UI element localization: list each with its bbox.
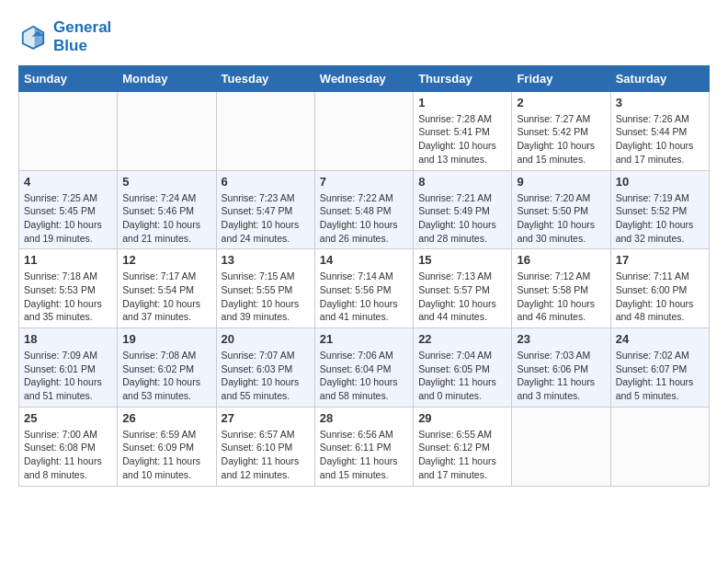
- calendar-cell: 11Sunrise: 7:18 AMSunset: 5:53 PMDayligh…: [19, 249, 118, 328]
- page-header: General Blue: [18, 18, 710, 56]
- day-info: Sunrise: 7:13 AMSunset: 5:57 PMDaylight:…: [418, 270, 506, 324]
- calendar-cell: [118, 91, 216, 170]
- day-number: 15: [418, 253, 506, 267]
- calendar-cell: 25Sunrise: 7:00 AMSunset: 6:08 PMDayligh…: [19, 407, 118, 486]
- weekday-header-friday: Friday: [512, 65, 610, 91]
- day-number: 11: [24, 253, 112, 267]
- calendar-cell: 8Sunrise: 7:21 AMSunset: 5:49 PMDaylight…: [414, 170, 512, 249]
- weekday-header-wednesday: Wednesday: [314, 65, 413, 91]
- day-number: 16: [517, 253, 605, 267]
- day-info: Sunrise: 7:08 AMSunset: 6:02 PMDaylight:…: [122, 349, 210, 403]
- day-info: Sunrise: 7:23 AMSunset: 5:47 PMDaylight:…: [222, 191, 310, 246]
- day-info: Sunrise: 7:09 AMSunset: 6:01 PMDaylight:…: [24, 349, 112, 403]
- day-number: 10: [616, 175, 704, 189]
- day-number: 2: [517, 96, 605, 109]
- day-number: 23: [517, 332, 605, 346]
- day-number: 17: [616, 253, 704, 267]
- calendar-cell: 12Sunrise: 7:17 AMSunset: 5:54 PMDayligh…: [118, 249, 216, 328]
- day-info: Sunrise: 7:15 AMSunset: 5:55 PMDaylight:…: [222, 270, 310, 324]
- day-number: 24: [616, 332, 704, 346]
- day-number: 28: [320, 411, 408, 425]
- calendar-cell: 5Sunrise: 7:24 AMSunset: 5:46 PMDaylight…: [118, 170, 216, 249]
- calendar-cell: 7Sunrise: 7:22 AMSunset: 5:48 PMDaylight…: [314, 170, 413, 249]
- day-number: 25: [24, 411, 112, 425]
- calendar-cell: 27Sunrise: 6:57 AMSunset: 6:10 PMDayligh…: [216, 407, 314, 486]
- calendar-cell: 1Sunrise: 7:28 AMSunset: 5:41 PMDaylight…: [414, 91, 512, 170]
- day-number: 1: [418, 96, 506, 109]
- day-info: Sunrise: 6:55 AMSunset: 6:12 PMDaylight:…: [418, 428, 506, 482]
- calendar-cell: [610, 407, 709, 486]
- day-info: Sunrise: 7:26 AMSunset: 5:44 PMDaylight:…: [616, 112, 704, 167]
- day-info: Sunrise: 7:18 AMSunset: 5:53 PMDaylight:…: [24, 270, 112, 324]
- day-number: 22: [418, 332, 506, 346]
- weekday-header-monday: Monday: [118, 65, 216, 91]
- calendar-cell: 28Sunrise: 6:56 AMSunset: 6:11 PMDayligh…: [314, 407, 413, 486]
- day-info: Sunrise: 7:21 AMSunset: 5:49 PMDaylight:…: [418, 191, 506, 246]
- calendar-cell: 15Sunrise: 7:13 AMSunset: 5:57 PMDayligh…: [414, 249, 512, 328]
- day-number: 29: [418, 411, 506, 425]
- calendar-cell: 2Sunrise: 7:27 AMSunset: 5:42 PMDaylight…: [512, 91, 610, 170]
- calendar-cell: 10Sunrise: 7:19 AMSunset: 5:52 PMDayligh…: [610, 170, 709, 249]
- weekday-header-thursday: Thursday: [414, 65, 512, 91]
- calendar-cell: [314, 91, 413, 170]
- calendar-cell: 29Sunrise: 6:55 AMSunset: 6:12 PMDayligh…: [414, 407, 512, 486]
- day-info: Sunrise: 7:03 AMSunset: 6:06 PMDaylight:…: [517, 349, 605, 403]
- day-info: Sunrise: 7:19 AMSunset: 5:52 PMDaylight:…: [616, 191, 704, 246]
- day-info: Sunrise: 7:07 AMSunset: 6:03 PMDaylight:…: [222, 349, 310, 403]
- weekday-header-saturday: Saturday: [610, 65, 709, 91]
- logo-text: General Blue: [53, 18, 111, 56]
- day-info: Sunrise: 7:04 AMSunset: 6:05 PMDaylight:…: [418, 349, 506, 403]
- day-info: Sunrise: 7:24 AMSunset: 5:46 PMDaylight:…: [122, 191, 210, 246]
- calendar-cell: [512, 407, 610, 486]
- day-number: 20: [222, 332, 310, 346]
- calendar-table: SundayMondayTuesdayWednesdayThursdayFrid…: [18, 65, 710, 487]
- calendar-cell: [216, 91, 314, 170]
- calendar-cell: 13Sunrise: 7:15 AMSunset: 5:55 PMDayligh…: [216, 249, 314, 328]
- day-number: 26: [122, 411, 210, 425]
- day-info: Sunrise: 6:56 AMSunset: 6:11 PMDaylight:…: [320, 428, 408, 482]
- calendar-cell: 3Sunrise: 7:26 AMSunset: 5:44 PMDaylight…: [610, 91, 709, 170]
- weekday-header-sunday: Sunday: [19, 65, 118, 91]
- day-info: Sunrise: 7:27 AMSunset: 5:42 PMDaylight:…: [517, 112, 605, 167]
- calendar-cell: 9Sunrise: 7:20 AMSunset: 5:50 PMDaylight…: [512, 170, 610, 249]
- day-info: Sunrise: 7:25 AMSunset: 5:45 PMDaylight:…: [24, 191, 112, 246]
- weekday-header-tuesday: Tuesday: [216, 65, 314, 91]
- day-info: Sunrise: 6:59 AMSunset: 6:09 PMDaylight:…: [122, 428, 210, 482]
- calendar-cell: [19, 91, 118, 170]
- day-number: 5: [122, 175, 210, 189]
- calendar-cell: 20Sunrise: 7:07 AMSunset: 6:03 PMDayligh…: [216, 328, 314, 408]
- day-number: 27: [222, 411, 310, 425]
- calendar-cell: 19Sunrise: 7:08 AMSunset: 6:02 PMDayligh…: [118, 328, 216, 408]
- day-info: Sunrise: 7:02 AMSunset: 6:07 PMDaylight:…: [616, 349, 704, 403]
- day-info: Sunrise: 7:20 AMSunset: 5:50 PMDaylight:…: [517, 191, 605, 246]
- calendar-cell: 24Sunrise: 7:02 AMSunset: 6:07 PMDayligh…: [610, 328, 709, 408]
- calendar-cell: 23Sunrise: 7:03 AMSunset: 6:06 PMDayligh…: [512, 328, 610, 408]
- day-number: 3: [616, 96, 704, 109]
- day-number: 18: [24, 332, 112, 346]
- day-number: 19: [122, 332, 210, 346]
- calendar-cell: 26Sunrise: 6:59 AMSunset: 6:09 PMDayligh…: [118, 407, 216, 486]
- day-number: 9: [517, 175, 605, 189]
- day-info: Sunrise: 7:12 AMSunset: 5:58 PMDaylight:…: [517, 270, 605, 324]
- calendar-cell: 16Sunrise: 7:12 AMSunset: 5:58 PMDayligh…: [512, 249, 610, 328]
- day-number: 7: [320, 175, 408, 189]
- calendar-cell: 21Sunrise: 7:06 AMSunset: 6:04 PMDayligh…: [314, 328, 413, 408]
- day-number: 12: [122, 253, 210, 267]
- day-number: 14: [320, 253, 408, 267]
- logo-icon: [18, 22, 48, 52]
- day-number: 8: [418, 175, 506, 189]
- day-info: Sunrise: 7:14 AMSunset: 5:56 PMDaylight:…: [320, 270, 408, 324]
- calendar-cell: 22Sunrise: 7:04 AMSunset: 6:05 PMDayligh…: [414, 328, 512, 408]
- day-number: 21: [320, 332, 408, 346]
- day-number: 6: [222, 175, 310, 189]
- day-info: Sunrise: 7:22 AMSunset: 5:48 PMDaylight:…: [320, 191, 408, 246]
- day-number: 4: [24, 175, 112, 189]
- day-info: Sunrise: 7:06 AMSunset: 6:04 PMDaylight:…: [320, 349, 408, 403]
- day-info: Sunrise: 7:17 AMSunset: 5:54 PMDaylight:…: [122, 270, 210, 324]
- calendar-cell: 4Sunrise: 7:25 AMSunset: 5:45 PMDaylight…: [19, 170, 118, 249]
- day-number: 13: [222, 253, 310, 267]
- calendar-cell: 14Sunrise: 7:14 AMSunset: 5:56 PMDayligh…: [314, 249, 413, 328]
- day-info: Sunrise: 6:57 AMSunset: 6:10 PMDaylight:…: [222, 428, 310, 482]
- day-info: Sunrise: 7:28 AMSunset: 5:41 PMDaylight:…: [418, 112, 506, 167]
- calendar-cell: 18Sunrise: 7:09 AMSunset: 6:01 PMDayligh…: [19, 328, 118, 408]
